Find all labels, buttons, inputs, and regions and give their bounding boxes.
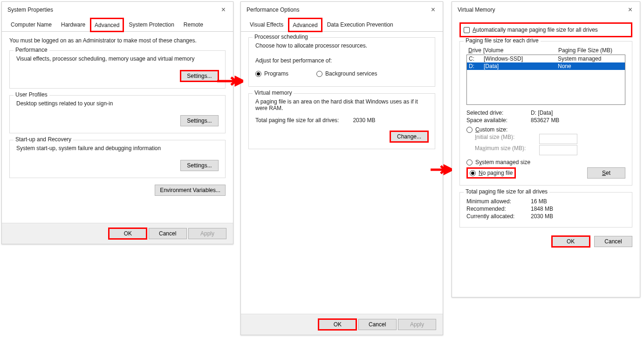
apply-button[interactable]: Apply	[398, 319, 436, 330]
performance-legend: Performance	[14, 47, 49, 53]
apply-button[interactable]: Apply	[188, 228, 226, 239]
arrow-icon	[217, 79, 242, 83]
max-size-input[interactable]	[539, 145, 577, 155]
vm-desc: A paging file is an area on the hard dis…	[255, 98, 428, 111]
tab-dep[interactable]: Data Execution Prevention	[323, 18, 397, 31]
radio-bg-label: Background services	[325, 70, 377, 77]
bottom-bar: OK Cancel Apply	[2, 223, 233, 244]
processor-scheduling-group: Processor scheduling Choose how to alloc…	[248, 37, 435, 87]
startup-recovery-legend: Start-up and Recovery	[14, 136, 73, 143]
radio-system-managed[interactable]: System managed size	[466, 159, 625, 166]
radio-no-paging-file[interactable]: No paging file	[470, 170, 513, 176]
title: Virtual Memory	[458, 7, 495, 13]
no-paging-highlight: No paging file	[466, 167, 516, 179]
tab-advanced[interactable]: Advanced	[288, 18, 322, 32]
startup-recovery-desc: System start-up, system failure and debu…	[16, 145, 219, 152]
radio-dot-icon	[255, 71, 261, 77]
processor-scheduling-legend: Processor scheduling	[253, 34, 310, 40]
sched-adjust: Adjust for best performance of:	[255, 57, 428, 64]
total-paging-legend: Total paging file size for all drives	[464, 188, 549, 195]
title: Performance Options	[247, 7, 299, 13]
performance-group: Performance Visual effects, processor sc…	[9, 50, 226, 89]
vm-total-label: Total paging file size for all drives:	[255, 117, 339, 124]
ok-button[interactable]: OK	[318, 319, 356, 330]
space-available-label: Space available:	[466, 117, 525, 124]
auto-manage-label: Automatically manage paging file size fo…	[473, 27, 598, 33]
radio-programs-label: Programs	[264, 70, 288, 77]
radio-dot-icon	[316, 71, 322, 77]
performance-options-dialog: Performance Options × Visual Effects Adv…	[240, 1, 443, 335]
drive-table[interactable]: C: [Windows-SSD] System managed D: [Data…	[466, 55, 625, 105]
titlebar: Performance Options ×	[241, 2, 443, 18]
change-button[interactable]: Change...	[390, 131, 428, 142]
tab-advanced[interactable]: Advanced	[90, 18, 123, 32]
checkbox-icon	[464, 27, 470, 33]
paging-size-per-drive-group: Paging file size for each drive Drive [V…	[459, 41, 632, 186]
initial-size-input[interactable]	[539, 134, 577, 144]
auto-manage-highlight: Automatically manage paging file size fo…	[459, 22, 632, 37]
virtual-memory-dialog: Virtual Memory × Automatically manage pa…	[452, 1, 640, 297]
titlebar: Virtual Memory ×	[452, 2, 640, 18]
bottom-bar: OK Cancel Apply	[241, 314, 443, 335]
recommended-label: Recommended:	[466, 206, 525, 212]
startup-recovery-group: Start-up and Recovery System start-up, s…	[9, 140, 226, 178]
sched-desc: Choose how to allocate processor resourc…	[255, 42, 428, 49]
radio-dot-icon	[470, 170, 476, 176]
titlebar: System Properties ×	[2, 2, 233, 18]
virtual-memory-legend: Virtual memory	[253, 90, 294, 96]
tab-remote[interactable]: Remote	[179, 18, 207, 31]
dialog-body: Processor scheduling Choose how to alloc…	[241, 32, 443, 161]
tab-visual-effects[interactable]: Visual Effects	[246, 18, 288, 31]
drive-row-c[interactable]: C: [Windows-SSD] System managed	[467, 55, 625, 62]
startup-settings-button[interactable]: Settings...	[180, 160, 219, 171]
dialog-body: Automatically manage paging file size fo…	[452, 18, 640, 252]
tab-system-protection[interactable]: System Protection	[124, 18, 178, 31]
cancel-button[interactable]: Cancel	[149, 228, 187, 239]
recommended-value: 1848 MB	[531, 206, 553, 212]
user-profiles-desc: Desktop settings related to your sign-in	[16, 100, 219, 107]
virtual-memory-group: Virtual memory A paging file is an area …	[248, 93, 435, 149]
user-profiles-group: User Profiles Desktop settings related t…	[9, 95, 226, 133]
selected-drive-value: D: [Data]	[531, 110, 553, 116]
min-allowed-value: 16 MB	[531, 198, 547, 205]
radio-background-services[interactable]: Background services	[316, 70, 377, 77]
radio-dot-icon	[466, 159, 473, 166]
tab-computer-name[interactable]: Computer Name	[7, 18, 56, 31]
ok-button[interactable]: OK	[109, 228, 147, 239]
min-allowed-label: Minimum allowed:	[466, 198, 525, 205]
drive-row-d[interactable]: D: [Data] None	[467, 62, 625, 70]
close-icon[interactable]: ×	[624, 5, 636, 15]
arrow-icon	[431, 168, 450, 172]
close-icon[interactable]: ×	[218, 5, 229, 15]
tab-hardware[interactable]: Hardware	[57, 18, 89, 31]
radio-programs[interactable]: Programs	[255, 70, 288, 77]
paging-size-legend: Paging file size for each drive	[464, 37, 541, 44]
title: System Properties	[7, 7, 53, 13]
user-profiles-legend: User Profiles	[14, 91, 49, 98]
radio-custom-size[interactable]: Custom size:	[466, 126, 625, 133]
ok-button[interactable]: OK	[552, 236, 590, 247]
auto-manage-checkbox[interactable]: Automatically manage paging file size fo…	[464, 27, 628, 33]
selected-drive-label: Selected drive:	[466, 110, 525, 116]
drive-table-header: Drive [Volume Paging File Size (MB)	[466, 46, 625, 55]
performance-desc: Visual effects, processor scheduling, me…	[16, 55, 219, 62]
space-available-value: 853627 MB	[531, 117, 559, 124]
tabstrip: Visual Effects Advanced Data Execution P…	[241, 18, 443, 32]
cancel-button[interactable]: Cancel	[594, 236, 632, 247]
currently-allocated-label: Currently allocated:	[466, 213, 525, 220]
admin-note: You must be logged on as an Administrato…	[9, 37, 226, 44]
dialog-body: You must be logged on as an Administrato…	[2, 32, 233, 201]
cancel-button[interactable]: Cancel	[358, 319, 397, 330]
close-icon[interactable]: ×	[427, 5, 439, 15]
tabstrip: Computer Name Hardware Advanced System P…	[2, 18, 233, 32]
user-profiles-settings-button[interactable]: Settings...	[180, 115, 219, 126]
currently-allocated-value: 2030 MB	[531, 213, 553, 220]
max-size-label: Maximum size (MB):	[475, 145, 534, 155]
environment-variables-button[interactable]: Environment Variables...	[155, 185, 226, 196]
initial-size-label: Initial size (MB):	[475, 134, 534, 144]
set-button[interactable]: Set	[587, 167, 625, 179]
vm-total-value: 2030 MB	[353, 117, 375, 124]
total-paging-group: Total paging file size for all drives Mi…	[459, 192, 632, 228]
radio-dot-icon	[466, 127, 473, 133]
performance-settings-button[interactable]: Settings...	[180, 70, 219, 82]
